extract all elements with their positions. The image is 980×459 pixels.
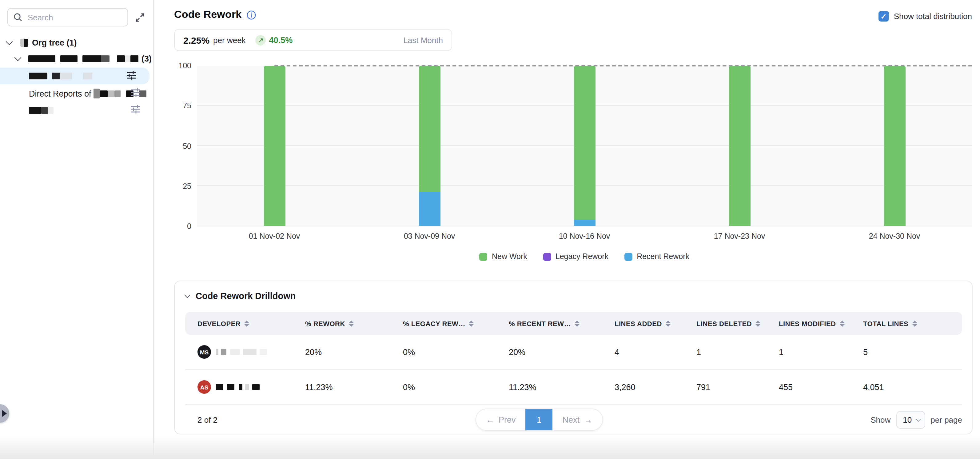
sort-icon[interactable] bbox=[912, 320, 917, 327]
bar-stack[interactable] bbox=[729, 66, 750, 226]
x-tick-label: 10 Nov-16 Nov bbox=[507, 232, 662, 241]
total-lines-cell: 4,051 bbox=[863, 382, 962, 392]
filter-settings-icon[interactable] bbox=[131, 105, 140, 115]
chevron-down-icon[interactable] bbox=[14, 54, 22, 61]
bar-segment-new-work[interactable] bbox=[418, 66, 440, 192]
filter-settings-icon[interactable] bbox=[131, 88, 140, 99]
org-root-label: Org tree (1) bbox=[32, 38, 77, 47]
sort-icon[interactable] bbox=[244, 320, 249, 327]
redacted-text bbox=[227, 384, 234, 390]
y-axis: 0255075100 bbox=[174, 66, 191, 226]
prev-page-button[interactable]: ← Prev bbox=[476, 409, 526, 430]
x-tick-label: 24 Nov-30 Nov bbox=[817, 232, 972, 241]
reference-line bbox=[274, 65, 972, 67]
show-total-distribution-control: ✓ Show total distribution bbox=[878, 11, 972, 22]
column-header-pct-recent-rework[interactable]: % RECENT REW… bbox=[509, 320, 614, 327]
tree-row-org-root[interactable]: Org tree (1) bbox=[0, 35, 154, 51]
developer-cell: AS bbox=[185, 380, 305, 394]
chevron-down-icon[interactable] bbox=[6, 38, 13, 45]
rework-rate-card: 2.25% per week ↗ 40.5% Last Month bbox=[174, 29, 452, 51]
column-header-lines-added[interactable]: LINES ADDED bbox=[614, 320, 697, 327]
expand-sidebar-icon[interactable] bbox=[134, 12, 145, 23]
bar-segment-new-work[interactable] bbox=[729, 66, 750, 226]
bar-segment-recent-rework[interactable] bbox=[574, 219, 595, 226]
lines-added-cell: 4 bbox=[614, 347, 697, 357]
redacted-text bbox=[117, 55, 125, 62]
bar-segment-new-work[interactable] bbox=[884, 66, 905, 226]
column-header-lines-modified[interactable]: LINES MODIFIED bbox=[779, 320, 863, 327]
bar-stack[interactable] bbox=[264, 66, 285, 226]
sort-icon[interactable] bbox=[349, 320, 354, 327]
redacted-text bbox=[139, 90, 147, 97]
search-box[interactable] bbox=[7, 8, 128, 27]
per-page-label: per page bbox=[931, 415, 962, 424]
filter-settings-icon[interactable] bbox=[127, 71, 136, 81]
page-1-button[interactable]: 1 bbox=[526, 409, 553, 430]
collapse-section-chevron-icon[interactable] bbox=[184, 292, 190, 298]
bar-24 Nov-30 Nov[interactable] bbox=[817, 66, 972, 226]
legend-item-new-work[interactable]: New Work bbox=[480, 252, 527, 261]
total-lines-cell: 5 bbox=[863, 347, 962, 357]
x-axis: 01 Nov-02 Nov03 Nov-09 Nov10 Nov-16 Nov1… bbox=[197, 232, 972, 241]
rework-stacked-bar-chart: 0255075100 01 Nov-02 Nov03 Nov-09 Nov10 … bbox=[174, 66, 980, 263]
sort-icon[interactable] bbox=[469, 320, 474, 327]
column-header-pct-rework[interactable]: % REWORK bbox=[305, 320, 403, 327]
show-total-distribution-checkbox[interactable]: ✓ bbox=[878, 11, 889, 22]
sort-icon[interactable] bbox=[666, 320, 671, 327]
search-input[interactable] bbox=[27, 12, 122, 22]
y-tick-label: 0 bbox=[187, 222, 191, 231]
redacted-text bbox=[41, 107, 48, 113]
pct-recent-cell: 20% bbox=[509, 347, 614, 357]
legend-swatch bbox=[543, 253, 551, 261]
bar-17 Nov-23 Nov[interactable] bbox=[662, 66, 817, 226]
bar-01 Nov-02 Nov[interactable] bbox=[197, 66, 352, 226]
sort-icon[interactable] bbox=[574, 320, 579, 327]
legend-item-legacy-rework[interactable]: Legacy Rework bbox=[543, 252, 608, 261]
bar-segment-recent-rework[interactable] bbox=[418, 192, 440, 226]
tree-row-selected-team[interactable] bbox=[0, 68, 150, 84]
bar-stack[interactable] bbox=[574, 66, 595, 226]
legend-label: Recent Rework bbox=[637, 252, 689, 261]
x-tick-label: 17 Nov-23 Nov bbox=[662, 232, 817, 241]
column-header-total-lines[interactable]: TOTAL LINES bbox=[863, 320, 962, 327]
redacted-text bbox=[108, 90, 115, 97]
redacted-text bbox=[60, 73, 72, 80]
bar-segment-new-work[interactable] bbox=[574, 66, 595, 219]
redacted-text bbox=[29, 73, 48, 80]
bar-10 Nov-16 Nov[interactable] bbox=[507, 66, 662, 226]
bar-stack[interactable] bbox=[884, 66, 905, 226]
column-header-developer[interactable]: DEVELOPER bbox=[185, 320, 305, 327]
trend-indicator: ↗ 40.5% bbox=[256, 35, 293, 45]
sort-icon[interactable] bbox=[839, 320, 844, 327]
column-header-lines-deleted[interactable]: LINES DELETED bbox=[697, 320, 779, 327]
bar-03 Nov-09 Nov[interactable] bbox=[352, 66, 507, 226]
sort-icon[interactable] bbox=[756, 320, 760, 327]
redacted-text bbox=[252, 384, 259, 390]
column-label: DEVELOPER bbox=[197, 320, 240, 327]
page-size-select[interactable]: 10 bbox=[896, 411, 925, 429]
next-page-button[interactable]: Next → bbox=[553, 409, 602, 430]
tree-row-member[interactable] bbox=[0, 102, 154, 118]
tree-row-group[interactable]: (3) bbox=[0, 51, 154, 67]
show-total-distribution-label: Show total distribution bbox=[894, 12, 972, 21]
table-row[interactable]: MS 20% 0% 20% 4 1 1 5 bbox=[185, 335, 962, 370]
group-count-label: (3) bbox=[142, 54, 152, 63]
column-header-pct-legacy-rework[interactable]: % LEGACY REW… bbox=[403, 320, 509, 327]
redacted-text bbox=[94, 89, 100, 99]
tree-row-direct-reports[interactable]: Direct Reports of bbox=[0, 86, 154, 102]
y-tick-label: 25 bbox=[183, 182, 191, 191]
table-row[interactable]: AS 11.23% 0% 11.23% 3,260 791 455 4,051 bbox=[185, 370, 962, 405]
org-sidebar: Org tree (1) (3) bbox=[0, 0, 154, 459]
redacted-text bbox=[230, 349, 240, 355]
redacted-text bbox=[216, 349, 218, 355]
bar-segment-new-work[interactable] bbox=[264, 66, 285, 226]
info-icon[interactable] bbox=[247, 10, 256, 19]
sidebar-collapse-toggle[interactable] bbox=[0, 404, 9, 423]
legend-item-recent-rework[interactable]: Recent Rework bbox=[624, 252, 689, 261]
redacted-text bbox=[28, 55, 56, 62]
rework-rate-unit: per week bbox=[213, 35, 246, 45]
bar-stack[interactable] bbox=[418, 66, 440, 226]
x-tick-label: 03 Nov-09 Nov bbox=[352, 232, 507, 241]
x-tick-label: 01 Nov-02 Nov bbox=[197, 232, 352, 241]
table-footer: 2 of 2 ← Prev 1 Next → Show 10 bbox=[185, 405, 962, 434]
